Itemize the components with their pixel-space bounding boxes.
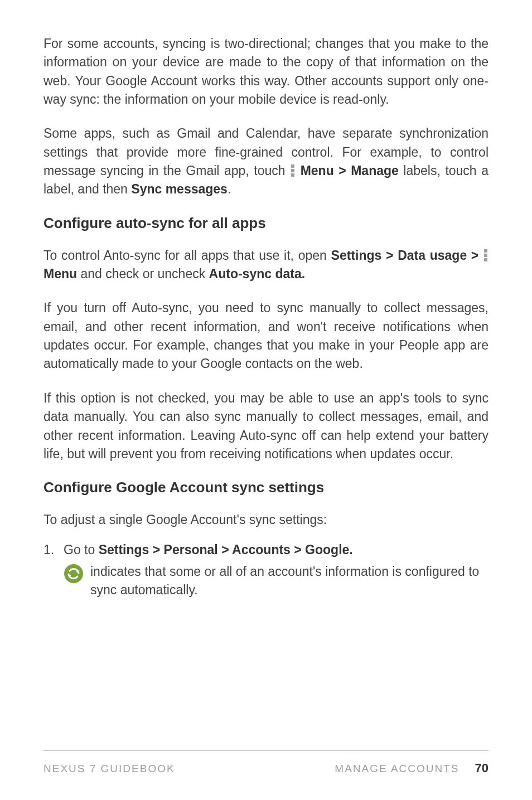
text-bold: Sync messages: [131, 182, 228, 196]
text-bold: Settings > Data usage >: [331, 248, 483, 263]
text-bold: Menu: [43, 266, 77, 281]
text-bold: Settings > Personal > Accounts > Google.: [99, 542, 353, 557]
paragraph-gmail-calendar: Some apps, such as Gmail and Calendar, h…: [43, 124, 489, 198]
paragraph-auto-sync-unchecked: If this option is not checked, you may b…: [43, 389, 489, 463]
page-footer: NEXUS 7 GUIDEBOOK MANAGE ACCOUNTS 70: [43, 761, 489, 775]
footer-divider: [43, 750, 489, 751]
footer-book-title: NEXUS 7 GUIDEBOOK: [43, 763, 175, 775]
steps-list: Go to Settings > Personal > Accounts > G…: [43, 541, 489, 559]
step-1: Go to Settings > Personal > Accounts > G…: [43, 541, 489, 559]
heading-configure-google-account: Configure Google Account sync settings: [43, 479, 489, 496]
heading-configure-auto-sync: Configure auto-sync for all apps: [43, 215, 489, 232]
footer-page-number: 70: [475, 761, 489, 775]
sync-indicator-line: indicates that some or all of an account…: [43, 563, 489, 600]
paragraph-intro: For some accounts, syncing is two-direct…: [43, 35, 489, 109]
text: and check or uncheck: [77, 266, 209, 281]
svg-point-0: [64, 564, 83, 583]
paragraph-auto-sync-path: To control Anto-sync for all apps that u…: [43, 246, 489, 284]
text: Go to: [64, 542, 99, 557]
sync-indicator-text: indicates that some or all of an account…: [90, 563, 489, 600]
sync-icon: [64, 564, 84, 589]
paragraph-auto-sync-off: If you turn off Auto-sync, you need to s…: [43, 299, 489, 373]
overflow-menu-icon: [291, 164, 294, 177]
overflow-menu-icon: [484, 249, 487, 261]
paragraph-adjust-account: To adjust a single Google Account's sync…: [43, 511, 489, 529]
footer-section-title: MANAGE ACCOUNTS: [335, 763, 459, 775]
text-bold: Menu > Manage: [301, 163, 399, 178]
text: .: [228, 182, 231, 196]
text-bold: Auto-sync data.: [209, 266, 306, 281]
text: To control Anto-sync for all apps that u…: [43, 248, 331, 263]
